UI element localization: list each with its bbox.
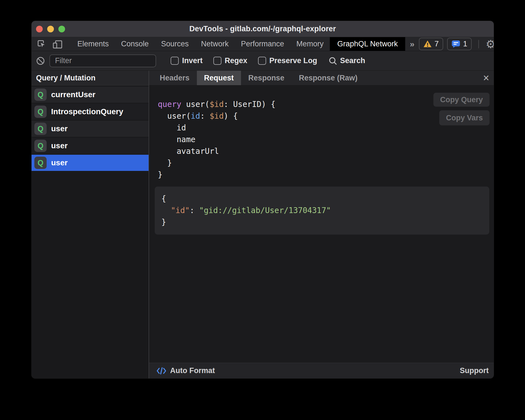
invert-checkbox[interactable] [171, 57, 179, 65]
tab-graphql-network[interactable]: GraphQL Network [330, 37, 405, 51]
query-name: IntrospectionQuery [51, 107, 123, 116]
window-title: DevTools - gitlab.com/-/graphql-explorer [189, 25, 336, 33]
toolbar-right-divider [478, 40, 479, 48]
query-sidebar: Query / Mutation Q currentUser Q Introsp… [32, 71, 149, 378]
copy-vars-button[interactable]: Copy Vars [439, 110, 490, 125]
detail-panel: Headers Request Response Response (Raw) … [149, 71, 494, 378]
list-item-user-2[interactable]: Q user [32, 138, 149, 154]
close-window-button[interactable] [36, 26, 43, 32]
regex-checkbox-group[interactable]: Regex [213, 56, 247, 65]
graphql-variables-box: { "id": "gid://gitlab/User/13704317"} [155, 187, 489, 235]
main-content: Query / Mutation Q currentUser Q Introsp… [32, 71, 494, 378]
search-control[interactable]: Search [328, 56, 365, 65]
message-count: 1 [463, 40, 467, 48]
messages-badge[interactable]: 1 [447, 38, 472, 50]
query-name: user [51, 124, 68, 133]
device-toolbar-icon[interactable] [49, 37, 66, 51]
search-icon [328, 56, 337, 65]
traffic-lights [36, 21, 65, 37]
tab-network[interactable]: Network [195, 37, 235, 51]
list-item-user-1[interactable]: Q user [32, 121, 149, 137]
tab-response[interactable]: Response [241, 71, 292, 85]
query-name: user [51, 158, 68, 167]
settings-gear-icon[interactable]: ⚙ [486, 39, 494, 50]
devtools-toolbar: Elements Console Sources Network Perform… [32, 37, 494, 51]
query-type-badge: Q [34, 106, 47, 118]
minimize-window-button[interactable] [47, 26, 54, 32]
tab-memory[interactable]: Memory [290, 37, 330, 51]
tab-request[interactable]: Request [197, 71, 241, 85]
filter-bar: Invert Regex Preserve Log Search [32, 51, 494, 71]
search-label: Search [340, 56, 365, 65]
list-item-user-3-selected[interactable]: Q user [32, 155, 149, 171]
code-brackets-icon [156, 367, 166, 375]
preserve-log-checkbox-group[interactable]: Preserve Log [258, 56, 317, 65]
tab-headers[interactable]: Headers [152, 71, 197, 85]
message-icon [452, 40, 460, 48]
query-type-badge: Q [34, 89, 47, 101]
query-type-badge: Q [34, 140, 47, 152]
clear-filter-icon[interactable] [36, 56, 45, 65]
detail-panel-tabs: Headers Request Response Response (Raw) … [149, 71, 494, 85]
preserve-log-checkbox[interactable] [258, 57, 266, 65]
query-name: user [51, 141, 68, 150]
regex-checkbox[interactable] [213, 57, 221, 65]
tab-sources[interactable]: Sources [155, 37, 195, 51]
auto-format-button[interactable]: Auto Format [156, 366, 215, 375]
tab-performance[interactable]: Performance [235, 37, 290, 51]
devtools-window: DevTools - gitlab.com/-/graphql-explorer… [32, 21, 494, 378]
tab-elements[interactable]: Elements [71, 37, 115, 51]
support-link[interactable]: Support [460, 366, 489, 375]
preserve-log-label: Preserve Log [269, 56, 317, 65]
query-type-badge: Q [34, 123, 47, 135]
inspect-element-icon[interactable] [34, 37, 49, 51]
request-panel-body: query user($id: UserID) { user(id: $id) … [149, 85, 494, 363]
close-panel-icon[interactable]: × [483, 71, 489, 85]
warning-icon [423, 40, 432, 48]
query-list: Q currentUser Q IntrospectionQuery Q use… [32, 85, 149, 172]
tab-response-raw[interactable]: Response (Raw) [292, 71, 365, 85]
list-item-currentuser[interactable]: Q currentUser [32, 87, 149, 103]
title-bar: DevTools - gitlab.com/-/graphql-explorer [32, 21, 494, 37]
support-label: Support [460, 366, 489, 375]
warning-count: 7 [435, 40, 439, 48]
more-tabs-chevron-icon[interactable]: » [405, 37, 419, 51]
query-type-badge: Q [34, 157, 47, 169]
auto-format-label: Auto Format [170, 366, 215, 375]
toolbar-right-controls: 7 1 ⚙ [419, 37, 494, 51]
tab-console[interactable]: Console [115, 37, 155, 51]
list-item-introspectionquery[interactable]: Q IntrospectionQuery [32, 104, 149, 120]
regex-label: Regex [225, 56, 247, 65]
panel-footer: Auto Format Support [149, 363, 494, 378]
sidebar-header: Query / Mutation [32, 71, 149, 85]
copy-query-button[interactable]: Copy Query [433, 93, 490, 107]
query-name: currentUser [51, 90, 96, 99]
filter-input[interactable] [49, 54, 156, 67]
invert-checkbox-group[interactable]: Invert [171, 56, 203, 65]
graphql-query-code: query user($id: UserID) { user(id: $id) … [155, 99, 489, 181]
invert-label: Invert [182, 56, 203, 65]
warnings-badge[interactable]: 7 [419, 38, 443, 50]
maximize-window-button[interactable] [58, 26, 65, 32]
